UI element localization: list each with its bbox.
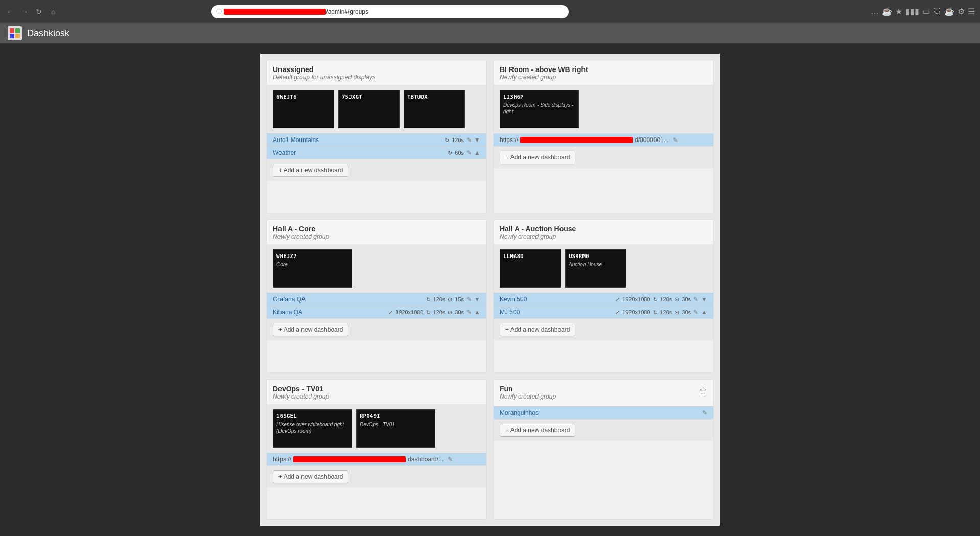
- dashboard-meta-mj: ⤢ 1920x1080 ↻ 120s ⊙ 30s ✎ ▲: [615, 309, 707, 316]
- clock-icon: ⊙: [674, 296, 679, 303]
- url-prefix: https://: [500, 136, 518, 144]
- forward-button[interactable]: →: [19, 7, 30, 17]
- edit-button-mj[interactable]: ✎: [693, 309, 698, 316]
- display-thumb-li3h6p[interactable]: LI3H6P Devops Room - Side displays - rig…: [500, 90, 579, 128]
- time-value: 30s: [682, 296, 691, 302]
- settings-icon[interactable]: ⚙: [958, 7, 965, 16]
- edit-button-grafana[interactable]: ✎: [466, 296, 472, 303]
- time-value: 15s: [455, 296, 464, 302]
- refresh-icon: ↻: [653, 309, 658, 316]
- resolution-value: 1920x1080: [622, 309, 650, 315]
- refresh-icon: ↻: [445, 137, 449, 144]
- star-icon[interactable]: ★: [895, 7, 902, 16]
- display-id: LI3H6P: [503, 94, 575, 100]
- reload-button[interactable]: ↻: [34, 7, 44, 17]
- group-card-biroom: BI Room - above WB right Newly created g…: [493, 60, 714, 213]
- add-dashboard-button-fun[interactable]: + Add a new dashboard: [500, 424, 575, 437]
- group-header-fun: Fun Newly created group 🗑: [494, 380, 713, 404]
- display-thumb-75jxgt[interactable]: 75JXGT: [338, 90, 400, 128]
- toggle-button-kevin[interactable]: ▼: [701, 296, 707, 303]
- group-header-halla-auction: Hall A - Auction House Newly created gro…: [494, 220, 713, 244]
- dashboard-name-mj[interactable]: MJ 500: [500, 309, 520, 316]
- time-value: 30s: [455, 309, 464, 315]
- display-thumb-tbtudx[interactable]: TBTUDX: [404, 90, 465, 128]
- display-label: Core: [276, 261, 348, 268]
- toggle-button-mj[interactable]: ▲: [701, 309, 707, 316]
- display-label: DevOps - TV01: [360, 421, 432, 428]
- group-subtitle-unassigned: Default group for unassigned displays: [273, 74, 480, 81]
- toggle-button-grafana[interactable]: ▼: [474, 296, 480, 303]
- clock-icon: ⊙: [674, 309, 679, 316]
- add-dashboard-button-halla-core[interactable]: + Add a new dashboard: [273, 323, 348, 336]
- group-card-devops-tv01: DevOps - TV01 Newly created group 16SGEL…: [266, 379, 487, 520]
- add-dashboard-button-unassigned[interactable]: + Add a new dashboard: [273, 164, 348, 177]
- display-id: LLMA8D: [503, 253, 557, 260]
- tab-icon[interactable]: ▭: [922, 7, 930, 16]
- toggle-button-weather[interactable]: ▲: [474, 149, 480, 156]
- dashboard-name-kevin[interactable]: Kevin 500: [500, 296, 527, 303]
- url-redacted: [224, 9, 326, 15]
- edit-button-kevin[interactable]: ✎: [693, 296, 698, 303]
- edit-button-devops-url[interactable]: ✎: [448, 456, 453, 463]
- dashboard-row-grafana: Grafana QA ↻ 120s ⊙ 15s ✎ ▼: [267, 293, 486, 306]
- url-suffix: d/0000001...: [635, 136, 669, 144]
- menu-dots-icon[interactable]: …: [871, 7, 879, 16]
- clock-icon: ⊙: [448, 296, 452, 303]
- edit-button-auto1[interactable]: ✎: [466, 136, 472, 144]
- display-thumb-whejz7[interactable]: WHEJZ7 Core: [273, 249, 352, 288]
- address-bar[interactable]: ⓘ /admin#/groups: [211, 5, 569, 18]
- dashboard-row-kibana: Kibana QA ⤢ 1920x1080 ↻ 120s ⊙ 30s ✎ ▲: [267, 306, 486, 318]
- display-thumb-16sgel[interactable]: 16SGEL Hisense over whiteboard right (De…: [273, 409, 352, 448]
- url-redacted-biroom: [520, 137, 633, 143]
- display-thumb-rp049i[interactable]: RP049I DevOps - TV01: [356, 409, 435, 448]
- extensions-icon[interactable]: ☕: [944, 7, 954, 16]
- url-row-devops: https:// dashboard/... ✎: [267, 453, 486, 465]
- dashboard-name-auto1[interactable]: Auto1 Mountains: [273, 136, 319, 144]
- add-dashboard-button-devops-tv01[interactable]: + Add a new dashboard: [273, 470, 348, 483]
- time-value: 30s: [682, 309, 691, 315]
- add-dashboard-row-devops-tv01: + Add a new dashboard: [267, 465, 486, 487]
- refresh-icon: ↻: [426, 309, 431, 316]
- home-button[interactable]: ⌂: [48, 7, 58, 17]
- display-thumb-6wejt6[interactable]: 6WEJT6: [273, 90, 334, 128]
- back-button[interactable]: ←: [5, 7, 15, 17]
- edit-button-weather[interactable]: ✎: [466, 149, 472, 156]
- svg-rect-1: [15, 28, 20, 33]
- display-thumb-us9rm0[interactable]: US9RM0 Auction House: [565, 249, 626, 288]
- dashboard-name-weather[interactable]: Weather: [273, 149, 296, 156]
- trash-button-fun[interactable]: 🗑: [699, 387, 707, 396]
- group-card-fun: Fun Newly created group 🗑 Moranguinhos ✎…: [493, 379, 714, 520]
- resolution-value: 1920x1080: [395, 309, 423, 315]
- displays-row-devops-tv01: 16SGEL Hisense over whiteboard right (De…: [267, 404, 486, 453]
- dashboard-name-moranguinhos[interactable]: Moranguinhos: [500, 409, 539, 416]
- toggle-button-kibana[interactable]: ▲: [474, 309, 480, 316]
- dashboard-name-kibana[interactable]: Kibana QA: [273, 309, 302, 316]
- edit-button-kibana[interactable]: ✎: [466, 309, 472, 316]
- dashboard-name-grafana[interactable]: Grafana QA: [273, 296, 306, 303]
- dashboard-row-auto1: Auto1 Mountains ↻ 120s ✎ ▼: [267, 133, 486, 146]
- group-header-biroom: BI Room - above WB right Newly created g…: [494, 60, 713, 85]
- app-bar: Dashkiosk: [0, 23, 980, 43]
- refresh-value: 120s: [452, 137, 464, 143]
- group-header-unassigned: Unassigned Default group for unassigned …: [267, 60, 486, 85]
- add-dashboard-button-biroom[interactable]: + Add a new dashboard: [500, 151, 575, 164]
- shield-icon[interactable]: 🛡: [933, 7, 941, 16]
- pocket-icon[interactable]: ☕: [882, 7, 892, 16]
- add-dashboard-row-halla-core: + Add a new dashboard: [267, 318, 486, 340]
- add-dashboard-button-halla-auction[interactable]: + Add a new dashboard: [500, 323, 575, 336]
- group-name-biroom: BI Room - above WB right: [500, 65, 707, 74]
- browser-chrome: ← → ↻ ⌂ ⓘ /admin#/groups … ☕ ★ ▮▮▮ ▭ 🛡 ☕…: [0, 0, 980, 23]
- hamburger-icon[interactable]: ☰: [968, 7, 975, 16]
- history-icon[interactable]: ▮▮▮: [905, 7, 919, 16]
- refresh-value: 120s: [660, 296, 672, 302]
- toggle-button-auto1[interactable]: ▼: [474, 136, 480, 144]
- group-card-halla-auction: Hall A - Auction House Newly created gro…: [493, 219, 714, 372]
- group-name-halla-core: Hall A - Core: [273, 225, 480, 233]
- edit-button-moranguinhos[interactable]: ✎: [702, 409, 707, 416]
- add-dashboard-row-biroom: + Add a new dashboard: [494, 146, 713, 168]
- edit-button-biroom-url[interactable]: ✎: [673, 136, 678, 144]
- display-thumb-llma8d[interactable]: LLMA8D: [500, 249, 561, 288]
- display-id: RP049I: [360, 413, 432, 420]
- svg-rect-0: [10, 28, 14, 33]
- displays-row-halla-auction: LLMA8D US9RM0 Auction House: [494, 244, 713, 293]
